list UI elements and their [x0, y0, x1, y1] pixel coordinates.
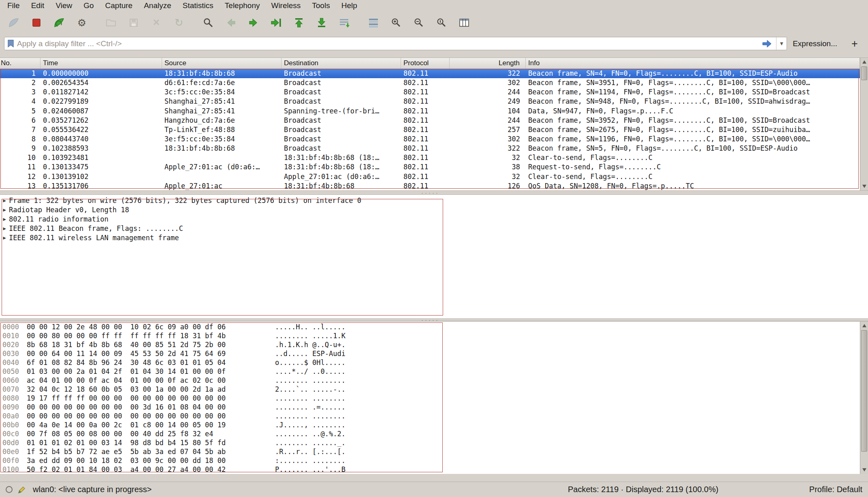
filter-apply-button[interactable] [757, 37, 776, 50]
column-header-time[interactable]: Time [41, 58, 162, 68]
hex-row[interactable]: 0040 6f 01 08 82 84 8b 96 24 30 48 6c 03… [0, 358, 868, 367]
column-header-protocol[interactable]: Protocol [401, 58, 450, 68]
packet-row[interactable]: 3 0.011827142 3c:f5:cc:0e:35:84 Broadcas… [0, 87, 860, 97]
hex-row[interactable]: 00b0 00 4a 0e 14 00 0a 00 2c 01 c8 00 14… [0, 420, 868, 429]
menu-item[interactable]: Telephony [219, 1, 266, 11]
scroll-down-button[interactable] [860, 182, 868, 190]
packet-row[interactable]: 5 0.024060087 Shanghai_27:85:41 Spanning… [0, 107, 860, 116]
hex-bytes: 00 00 00 00 00 00 00 00 00 00 00 00 00 0… [27, 412, 275, 420]
expander-icon[interactable]: ▶ [0, 235, 9, 241]
menu-item[interactable]: Help [336, 1, 363, 11]
filter-dropdown-chevron[interactable]: ▼ [776, 37, 787, 50]
packet-row[interactable]: 6 0.035271262 Hangzhou_cd:7a:6e Broadcas… [0, 116, 860, 125]
packet-row[interactable]: 8 0.080443740 3e:f5:cc:0e:35:84 Broadcas… [0, 134, 860, 144]
add-filter-button[interactable]: + [848, 38, 862, 50]
restart-capture-button[interactable] [51, 13, 68, 32]
pane-splitter-top[interactable]: ····· [0, 190, 868, 195]
hex-row[interactable]: 0090 00 00 00 00 00 00 00 00 00 3d 16 01… [0, 403, 868, 412]
packet-row[interactable]: 9 0.102388593 18:31:bf:4b:8b:68 Broadcas… [0, 144, 860, 153]
hex-row[interactable]: 0030 00 00 64 00 11 14 00 09 45 53 50 2d… [0, 349, 868, 358]
close-file-button[interactable]: ✕ [148, 13, 165, 32]
hex-row[interactable]: 0050 01 03 00 00 2a 01 04 2f 01 04 30 14… [0, 367, 868, 376]
capture-comment-icon[interactable] [17, 485, 26, 494]
go-back-button[interactable] [222, 13, 239, 32]
hex-row[interactable]: 0070 32 04 0c 12 18 60 0b 05 03 00 1a 00… [0, 385, 868, 394]
filter-bookmark-icon[interactable] [7, 39, 14, 48]
packet-row[interactable]: 11 0.130133475 Apple_27:01:ac (d0:a6:… 1… [0, 162, 860, 172]
resize-columns-button[interactable] [456, 13, 473, 32]
hex-row[interactable]: 00e0 1f 52 b4 b5 b7 72 ae e5 5b ab 3a ed… [0, 447, 868, 456]
profile-text[interactable]: Profile: Default [809, 485, 862, 494]
hex-row[interactable]: 0020 8b 68 18 31 bf 4b 8b 68 40 00 85 51… [0, 340, 868, 349]
packet-row[interactable]: 4 0.022799189 Shanghai_27:85:41 Broadcas… [0, 97, 860, 106]
display-filter-input[interactable] [17, 37, 757, 50]
save-file-button[interactable] [125, 13, 142, 32]
colorize-button[interactable] [365, 13, 382, 32]
capture-file-properties-icon[interactable] [6, 486, 13, 493]
reload-file-button[interactable]: ↻ [171, 13, 188, 32]
scroll-down-button[interactable] [860, 466, 868, 474]
go-first-packet-button[interactable] [290, 13, 307, 32]
packet-row[interactable]: 2 0.002654354 d6:61:fe:cd:7a:6e Broadcas… [0, 78, 860, 87]
menu-item[interactable]: Statistics [177, 1, 219, 11]
menu-item[interactable]: File [2, 1, 26, 11]
column-header-source[interactable]: Source [162, 58, 282, 68]
expander-icon[interactable]: ▶ [0, 216, 9, 222]
column-header-no[interactable]: No. [0, 58, 41, 68]
zoom-in-button[interactable] [388, 13, 405, 32]
scroll-up-button[interactable] [860, 322, 868, 330]
packet-detail-row[interactable]: ▶ 802.11 radio information [0, 214, 868, 224]
scrollbar-thumb[interactable] [861, 330, 867, 452]
expression-button[interactable]: Expression... [793, 39, 837, 48]
packet-detail-row[interactable]: ▶ Radiotap Header v0, Length 18 [0, 205, 868, 214]
splitter-handle-dots: ····· [421, 191, 439, 194]
menu-item[interactable]: View [50, 1, 78, 11]
hex-row[interactable]: 0000 00 00 12 00 2e 48 00 00 10 02 6c 09… [0, 322, 868, 331]
menu-item[interactable]: Wireless [265, 1, 306, 11]
hex-row[interactable]: 0060 ac 04 01 00 00 0f ac 04 01 00 00 0f… [0, 376, 868, 385]
go-last-packet-button[interactable] [313, 13, 330, 32]
cell-protocol: 802.11 [401, 134, 450, 144]
menu-item[interactable]: Go [78, 1, 99, 11]
scrollbar-thumb[interactable] [861, 66, 867, 80]
hex-row[interactable]: 0010 00 00 80 00 00 00 ff ff ff ff ff ff… [0, 331, 868, 340]
capture-options-button[interactable]: ⚙ [73, 13, 90, 32]
packet-row[interactable]: 7 0.055536422 Tp-LinkT_ef:48:88 Broadcas… [0, 125, 860, 134]
hex-row[interactable]: 00a0 00 00 00 00 00 00 00 00 00 00 00 00… [0, 412, 868, 420]
menu-item[interactable]: Analyze [138, 1, 177, 11]
go-to-packet-button[interactable] [268, 13, 285, 32]
menu-item[interactable]: Capture [100, 1, 139, 11]
stop-capture-button[interactable] [28, 13, 45, 32]
open-file-button[interactable] [102, 13, 119, 32]
display-filter-box[interactable]: ▼ [4, 37, 787, 50]
hex-row[interactable]: 0100 50 f2 02 01 01 84 00 03 a4 00 00 27… [0, 465, 868, 474]
start-capture-button[interactable] [5, 13, 22, 32]
hex-row[interactable]: 00c0 00 7f 08 05 00 08 00 00 00 40 dd 25… [0, 429, 868, 438]
column-header-destination[interactable]: Destination [282, 58, 401, 68]
column-header-info[interactable]: Info [526, 58, 860, 68]
expander-icon[interactable]: ▶ [0, 226, 9, 231]
find-packet-button[interactable] [200, 13, 217, 32]
expander-icon[interactable]: ▶ [0, 207, 9, 213]
column-header-length[interactable]: Length [450, 58, 526, 68]
menu-item[interactable]: Edit [26, 1, 50, 11]
hex-row[interactable]: 0080 19 17 ff ff ff 00 00 00 00 00 00 00… [0, 394, 868, 403]
hex-bytes: 00 00 80 00 00 00 ff ff ff ff ff ff 18 3… [27, 331, 275, 340]
auto-scroll-button[interactable] [336, 13, 353, 32]
packet-row[interactable]: 1 0.000000000 18:31:bf:4b:8b:68 Broadcas… [0, 69, 860, 78]
packet-row[interactable]: 12 0.130139102 Apple_27:01:ac (d0:a6:… 8… [0, 172, 860, 181]
hex-row[interactable]: 00f0 3a ed dd 09 00 10 18 02 03 00 9c 00… [0, 456, 868, 465]
scroll-up-button[interactable] [860, 58, 868, 66]
packet-row[interactable]: 10 0.103923481 18:31:bf:4b:8b:68 (18:… 8… [0, 153, 860, 162]
packet-detail-row[interactable]: ▶ Frame 1: 322 bytes on wire (2576 bits)… [0, 196, 868, 205]
zoom-out-button[interactable] [410, 13, 427, 32]
zoom-reset-button[interactable] [433, 13, 450, 32]
packet-detail-row[interactable]: ▶ IEEE 802.11 Beacon frame, Flags: .....… [0, 224, 868, 233]
packet-detail-row[interactable]: ▶ IEEE 802.11 wireless LAN management fr… [0, 233, 868, 242]
expander-icon[interactable]: ▶ [0, 198, 9, 203]
menu-item[interactable]: Tools [306, 1, 335, 11]
hex-row[interactable]: 00d0 01 01 01 02 01 00 03 14 98 d8 bd b4… [0, 438, 868, 447]
hex-bytes: 00 00 00 00 00 00 00 00 00 3d 16 01 08 0… [27, 403, 275, 412]
go-forward-button[interactable] [245, 13, 262, 32]
pane-splitter-bottom[interactable]: ····· [0, 318, 868, 321]
